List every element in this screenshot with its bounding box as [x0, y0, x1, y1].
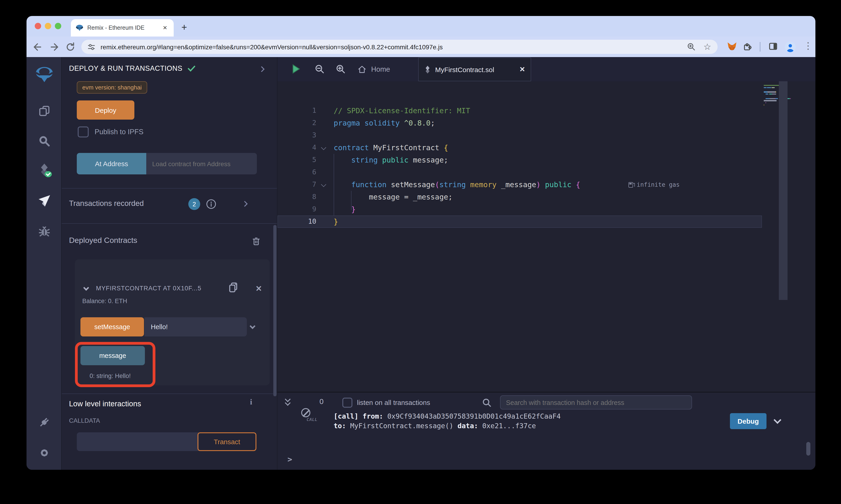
- home-icon: [357, 64, 367, 74]
- zoom-out-icon[interactable]: [314, 64, 325, 74]
- tab-file-myfirstcontract[interactable]: MyFirstContract.sol ✕: [418, 57, 531, 81]
- code-line: 4contract MyFirstContract {: [277, 142, 762, 154]
- run-script-button[interactable]: [290, 64, 301, 74]
- copy-address-icon[interactable]: [227, 281, 240, 293]
- search-icon: [38, 135, 51, 147]
- terminal-search-input[interactable]: [500, 395, 692, 410]
- log-expand-icon[interactable]: [774, 416, 782, 424]
- files-icon: [38, 105, 51, 117]
- contract-collapse-icon[interactable]: [83, 285, 89, 291]
- publish-ipfs-checkbox[interactable]: [78, 126, 89, 138]
- at-address-input[interactable]: [146, 153, 257, 174]
- transactions-expand-icon[interactable]: [242, 201, 247, 206]
- transactions-count-badge: 2: [188, 198, 200, 210]
- code-line: 3: [277, 129, 762, 142]
- remix-logo-icon[interactable]: [27, 62, 62, 88]
- set-message-input[interactable]: [144, 317, 247, 337]
- code-line: 6: [277, 166, 762, 179]
- check-icon: [187, 64, 196, 73]
- annotation-highlight: [75, 342, 155, 387]
- tab-close-icon[interactable]: ✕: [161, 24, 169, 32]
- editor-tab-bar: Home MyFirstContract.sol ✕: [277, 57, 816, 81]
- line-number: 9: [277, 203, 316, 215]
- url-bar[interactable]: remix.ethereum.org/#lang=en&optimize=fal…: [81, 40, 718, 54]
- browser-window: Remix - Ethereum IDE ✕ + remix.ethereum.…: [27, 16, 816, 470]
- code-line: 2pragma solidity ^0.8.0;: [277, 117, 762, 129]
- panel-scrollbar[interactable]: [273, 225, 276, 396]
- solidity-file-icon: [424, 66, 431, 73]
- indent-guide: [351, 191, 351, 210]
- traffic-light-maximize[interactable]: [55, 23, 61, 29]
- sidebar-item-search[interactable]: [27, 128, 62, 154]
- editor-scrollbar[interactable]: [779, 81, 788, 300]
- side-panel-icon[interactable]: [768, 41, 778, 52]
- sidebar-item-plugin-manager[interactable]: [27, 410, 62, 435]
- at-address-button[interactable]: At Address: [77, 153, 146, 174]
- transact-button[interactable]: Transact: [198, 432, 256, 451]
- line-number: 4: [277, 142, 316, 154]
- sidebar-item-debugger[interactable]: [27, 218, 62, 244]
- section-divider: [62, 394, 277, 394]
- debug-button[interactable]: Debug: [730, 413, 767, 429]
- log-entry[interactable]: [call] from: 0x9Cf934043aD350758391b0D01…: [334, 412, 561, 431]
- expand-terminal-icon[interactable]: [285, 397, 292, 407]
- site-settings-icon[interactable]: [87, 42, 96, 51]
- reload-button[interactable]: [65, 41, 76, 53]
- remove-contract-icon[interactable]: ✕: [256, 284, 262, 293]
- profile-avatar[interactable]: [784, 41, 796, 53]
- sidebar-item-settings[interactable]: [27, 440, 62, 466]
- bookmark-star-icon[interactable]: ☆: [703, 41, 711, 52]
- metamask-extension-icon[interactable]: [727, 41, 737, 52]
- fold-icon[interactable]: [321, 145, 326, 150]
- zoom-page-icon[interactable]: [687, 42, 696, 52]
- expand-args-icon[interactable]: [250, 323, 255, 329]
- deploy-run-panel: DEPLOY & RUN TRANSACTIONS evm version: s…: [62, 57, 277, 470]
- listen-transactions-label: listen on all transactions: [357, 398, 430, 406]
- gear-icon: [37, 446, 51, 460]
- low-level-info-icon[interactable]: i: [250, 398, 252, 407]
- traffic-light-minimize[interactable]: [45, 23, 51, 29]
- bug-icon: [37, 224, 51, 238]
- code-editor[interactable]: 1// SPDX-License-Identifier: MIT2pragma …: [277, 81, 816, 392]
- log-line: to: MyFirstContract.message() data: 0xe2…: [334, 421, 561, 431]
- extensions-icon[interactable]: [742, 41, 753, 52]
- browser-tab[interactable]: Remix - Ethereum IDE ✕: [71, 19, 174, 37]
- traffic-light-close[interactable]: [35, 23, 41, 29]
- line-number: 2: [277, 117, 316, 129]
- line-number: 3: [277, 129, 316, 142]
- set-message-button[interactable]: setMessage: [81, 317, 144, 337]
- clear-console-icon[interactable]: [301, 408, 310, 417]
- tab-close-icon[interactable]: ✕: [519, 65, 525, 73]
- menu-dots-icon[interactable]: ⋮: [804, 40, 813, 51]
- trash-icon[interactable]: [251, 236, 261, 247]
- deployed-contracts-title: Deployed Contracts: [69, 236, 137, 245]
- code-line: 1// SPDX-License-Identifier: MIT: [277, 105, 762, 117]
- gas-pump-icon: [629, 182, 633, 187]
- code-line: 8 message = _message;: [277, 191, 762, 203]
- browser-toolbar: remix.ethereum.org/#lang=en&optimize=fal…: [27, 37, 816, 57]
- evm-version-badge: evm version: shanghai: [77, 81, 147, 94]
- panel-expand-icon[interactable]: [259, 66, 264, 72]
- new-tab-button[interactable]: +: [177, 20, 191, 34]
- line-number: 5: [277, 154, 316, 166]
- code-line: 9 }: [277, 203, 762, 215]
- tab-home[interactable]: Home: [354, 57, 393, 81]
- deploy-button[interactable]: Deploy: [77, 101, 134, 120]
- sidebar-item-file-explorer[interactable]: [27, 98, 62, 124]
- pending-tx-count: 0: [320, 398, 324, 406]
- calldata-input[interactable]: [77, 432, 199, 451]
- code-line: 7 function setMessage(string memory _mes…: [277, 179, 762, 191]
- terminal-scrollbar[interactable]: [806, 442, 810, 456]
- call-badge: CALL: [307, 417, 317, 422]
- remix-app: DEPLOY & RUN TRANSACTIONS evm version: s…: [27, 57, 816, 470]
- line-number: 1: [277, 105, 316, 117]
- sidebar-item-solidity-compiler[interactable]: [27, 158, 62, 183]
- info-icon[interactable]: [206, 199, 217, 210]
- zoom-in-icon[interactable]: [335, 64, 346, 74]
- listen-transactions-checkbox[interactable]: [342, 398, 353, 408]
- sidebar-item-deploy-run[interactable]: [27, 188, 62, 214]
- forward-button[interactable]: [49, 41, 60, 53]
- gas-annotation: infinite gas: [629, 179, 680, 191]
- back-button[interactable]: [32, 41, 43, 53]
- fold-icon[interactable]: [321, 182, 326, 187]
